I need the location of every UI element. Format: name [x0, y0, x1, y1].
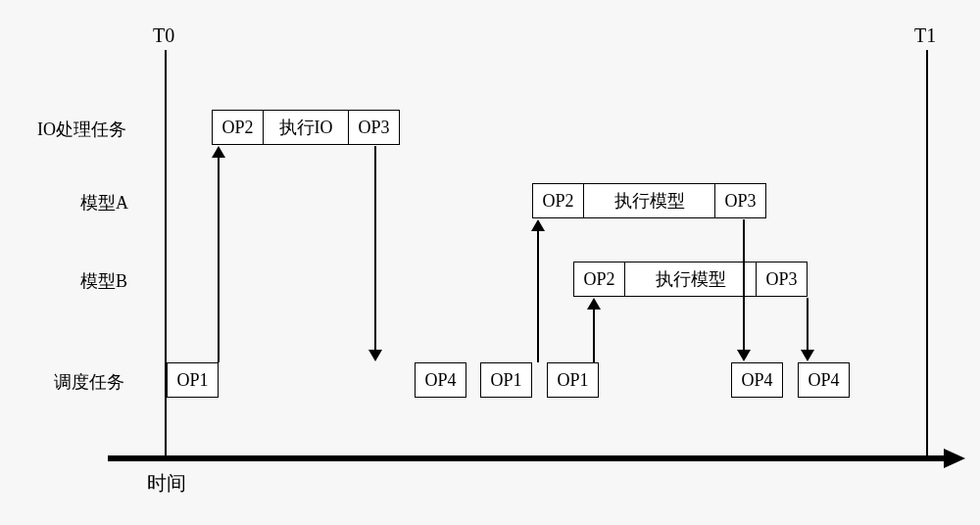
io-op3-box: OP3	[348, 110, 400, 145]
io-exec-box: 执行IO	[263, 110, 349, 145]
schedule-op1-box-3: OP1	[547, 362, 599, 398]
arrow-up-icon	[218, 157, 220, 362]
op-label: OP2	[221, 118, 253, 138]
model-b-op2-box: OP2	[573, 262, 625, 297]
schedule-op1-box-2: OP1	[480, 362, 532, 398]
arrow-up-icon	[593, 309, 595, 362]
op-label: OP4	[741, 370, 772, 391]
schedule-op1-box-1: OP1	[167, 362, 219, 398]
exec-label: 执行IO	[279, 116, 333, 139]
row-label-schedule: 调度任务	[54, 370, 124, 394]
op-label: OP2	[542, 191, 573, 212]
arrow-down-icon	[743, 219, 745, 352]
op-label: OP2	[583, 269, 614, 290]
exec-label: 执行模型	[656, 267, 726, 291]
schedule-op4-box-1: OP4	[415, 362, 466, 398]
op-label: OP1	[176, 370, 208, 391]
arrow-down-icon	[807, 298, 808, 352]
row-label-model-a: 模型A	[80, 191, 128, 215]
time-end-label: T1	[914, 24, 936, 47]
model-b-exec-box: 执行模型	[624, 262, 757, 297]
op-label: OP4	[424, 370, 456, 391]
diagram-canvas: T0 T1 IO处理任务 模型A 模型B 调度任务 OP2 执行IO OP3 O…	[0, 0, 980, 525]
arrowhead-down-icon	[737, 350, 751, 361]
row-label-model-b: 模型B	[80, 269, 127, 293]
arrow-down-icon	[374, 146, 376, 352]
op-label: OP4	[808, 370, 839, 391]
op-label: OP3	[765, 269, 797, 290]
model-a-op3-box: OP3	[714, 183, 766, 218]
time-axis-arrowhead-icon	[944, 449, 965, 468]
schedule-op4-box-2: OP4	[731, 362, 783, 398]
exec-label: 执行模型	[614, 189, 685, 213]
row-label-io: IO处理任务	[37, 118, 126, 141]
time-end-tick	[926, 50, 928, 458]
op-label: OP3	[724, 191, 756, 212]
op-label: OP1	[557, 370, 588, 391]
time-axis-line	[108, 455, 946, 461]
arrowhead-down-icon	[368, 350, 382, 361]
time-start-label: T0	[153, 24, 174, 47]
io-op2-box: OP2	[212, 110, 264, 145]
schedule-op4-box-3: OP4	[798, 362, 850, 398]
op-label: OP1	[490, 370, 521, 391]
op-label: OP3	[358, 118, 389, 138]
model-a-exec-box: 执行模型	[583, 183, 715, 218]
arrow-up-icon	[537, 230, 539, 362]
model-b-op3-box: OP3	[756, 262, 808, 297]
arrowhead-up-icon	[587, 298, 601, 310]
arrowhead-up-icon	[212, 146, 225, 158]
arrowhead-down-icon	[801, 350, 814, 361]
model-a-op2-box: OP2	[532, 183, 584, 218]
time-axis-label: 时间	[147, 470, 186, 497]
arrowhead-up-icon	[531, 219, 545, 231]
